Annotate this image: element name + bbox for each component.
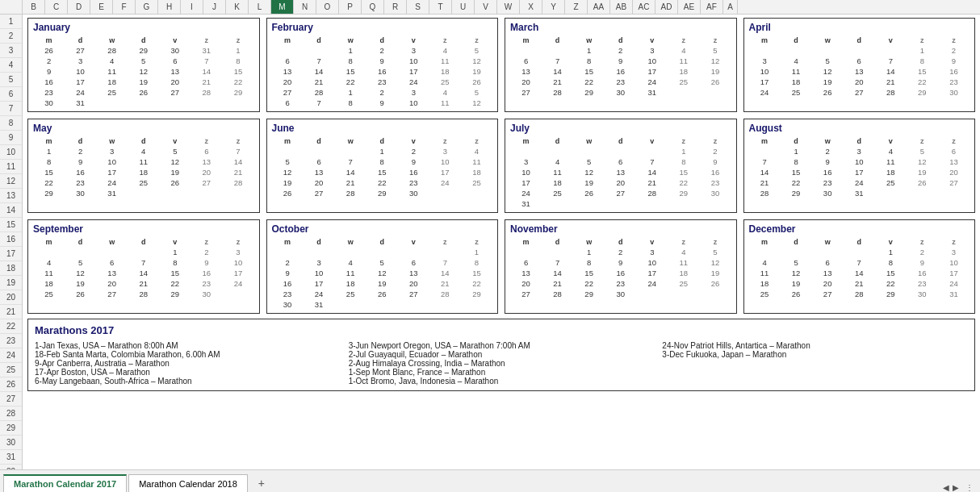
col-header-J[interactable]: J xyxy=(203,0,226,14)
cal-day xyxy=(159,98,191,108)
col-header-X[interactable]: X xyxy=(520,0,542,14)
col-header-Y[interactable]: Y xyxy=(542,0,565,14)
col-header-W[interactable]: W xyxy=(497,0,520,14)
cal-day: 25 xyxy=(875,177,907,188)
cal-header-d-3: d xyxy=(128,136,159,146)
tab-marathon-calendar-2018[interactable]: Marathon Calendar 2018 xyxy=(128,474,248,492)
row-num-31: 31 xyxy=(0,450,22,465)
cal-day xyxy=(636,198,668,209)
cal-day: 21 xyxy=(542,278,573,289)
cal-day: 12 xyxy=(128,66,159,77)
cal-header-w-2: w xyxy=(812,35,844,45)
col-header-E[interactable]: E xyxy=(90,0,113,14)
cal-day: 3 xyxy=(398,45,429,56)
col-header-AC[interactable]: AC xyxy=(633,0,655,14)
cal-day: 1 xyxy=(781,146,812,156)
tab-ellipsis-icon[interactable]: ⋮ xyxy=(965,483,974,492)
cal-day: 14 xyxy=(875,66,907,77)
cal-day: 25 xyxy=(542,188,573,198)
cal-header-w-2: w xyxy=(573,136,605,146)
cal-day: 22 xyxy=(573,278,605,289)
cal-day: 13 xyxy=(938,156,970,167)
col-header-AA[interactable]: AA xyxy=(588,0,610,14)
col-header-G[interactable]: G xyxy=(136,0,158,14)
col-header-N[interactable]: N xyxy=(294,0,316,14)
tab-scroll-left-icon[interactable]: ◀ xyxy=(943,483,949,492)
cal-header-z-5: z xyxy=(429,237,461,247)
col-header-Z[interactable]: Z xyxy=(565,0,588,14)
cal-day: 2 xyxy=(605,247,636,257)
col-header-AB[interactable]: AB xyxy=(610,0,633,14)
cal-day: 25 xyxy=(749,289,781,299)
cal-header-w-2: w xyxy=(96,136,128,146)
cal-header-d-1: d xyxy=(304,237,335,247)
cal-header-d-3: d xyxy=(844,237,875,247)
cal-day: 4 xyxy=(128,146,159,156)
cal-day: 5 xyxy=(781,257,812,268)
cal-day: 28 xyxy=(875,87,907,98)
cal-day: 17 xyxy=(398,66,429,77)
col-header-F[interactable]: F xyxy=(113,0,136,14)
col-header-Q[interactable]: Q xyxy=(362,0,384,14)
cal-day: 16 xyxy=(699,167,731,177)
col-header-A[interactable]: A xyxy=(723,0,738,14)
cal-header-z-6: z xyxy=(222,35,253,45)
cal-day: 17 xyxy=(96,167,128,177)
col-header-P[interactable]: P xyxy=(339,0,362,14)
cal-day xyxy=(191,98,222,108)
cal-day: 27 xyxy=(191,177,222,188)
col-header-D[interactable]: D xyxy=(68,0,90,14)
cal-header-z-5: z xyxy=(429,136,461,146)
col-header-R[interactable]: R xyxy=(384,0,407,14)
col-header-M[interactable]: M xyxy=(271,0,294,14)
cal-day: 1 xyxy=(33,146,65,156)
cal-day: 9 xyxy=(65,156,96,167)
col-header-H[interactable]: H xyxy=(158,0,181,14)
marathons-section-title: Marathons 2017 xyxy=(35,324,968,336)
col-header-I[interactable]: I xyxy=(181,0,203,14)
cal-day: 3 xyxy=(65,56,96,66)
cal-day: 9 xyxy=(699,156,731,167)
cal-day: 12 xyxy=(65,268,96,278)
cal-table-february: mdwdvzz123456789101112131415161718192021… xyxy=(272,35,493,108)
row-num-5: 5 xyxy=(0,73,22,87)
tab-scroll-right-icon[interactable]: ▶ xyxy=(953,483,959,492)
col-header-U[interactable]: U xyxy=(452,0,475,14)
cal-day: 4 xyxy=(668,45,699,56)
cal-day: 3 xyxy=(510,156,542,167)
col-header-AE[interactable]: AE xyxy=(678,0,701,14)
cal-day: 6 xyxy=(159,56,191,66)
col-header-C[interactable]: C xyxy=(45,0,68,14)
cal-header-z-5: z xyxy=(191,35,222,45)
cal-header-w-2: w xyxy=(573,35,605,45)
cal-day: 6 xyxy=(272,98,304,108)
tab-add-button[interactable]: + xyxy=(253,474,270,492)
cal-day: 9 xyxy=(191,257,222,268)
cal-day: 14 xyxy=(429,268,461,278)
cal-day: 11 xyxy=(33,268,65,278)
cal-day: 26 xyxy=(33,45,65,56)
cal-day: 30 xyxy=(65,188,96,198)
col-header-AF[interactable]: AF xyxy=(701,0,723,14)
col-header-O[interactable]: O xyxy=(316,0,339,14)
col-header-L[interactable]: L xyxy=(249,0,271,14)
col-header-K[interactable]: K xyxy=(226,0,249,14)
col-header-T[interactable]: T xyxy=(429,0,452,14)
cal-table-august: mdwdvzz123456789101112131415161718192021… xyxy=(749,136,970,198)
col-header-AD[interactable]: AD xyxy=(655,0,678,14)
cal-header-w-2: w xyxy=(812,237,844,247)
cal-day: 6 xyxy=(844,56,875,66)
row-num-9: 9 xyxy=(0,131,22,145)
col-header-S[interactable]: S xyxy=(407,0,429,14)
col-header-B[interactable]: B xyxy=(23,0,45,14)
cal-day: 29 xyxy=(222,87,253,98)
cal-day: 10 xyxy=(398,56,429,66)
cal-day: 19 xyxy=(128,77,159,87)
cal-header-z-6: z xyxy=(222,237,253,247)
cal-day: 24 xyxy=(844,177,875,188)
cal-day: 3 xyxy=(398,87,429,98)
cal-day: 8 xyxy=(33,156,65,167)
col-header-V[interactable]: V xyxy=(475,0,497,14)
cal-day: 9 xyxy=(272,268,304,278)
tab-marathon-calendar-2017[interactable]: Marathon Calendar 2017 xyxy=(3,474,127,492)
